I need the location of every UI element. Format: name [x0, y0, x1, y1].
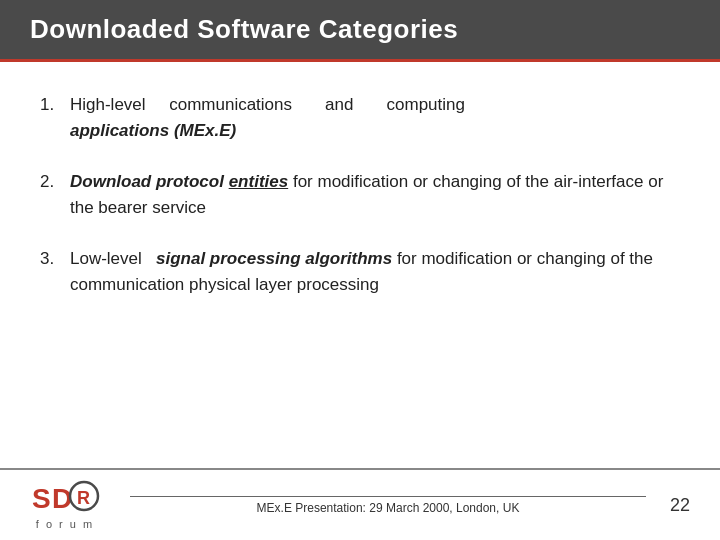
footer-center: MEx.E Presentation: 29 March 2000, Londo…: [130, 496, 646, 515]
and-text: and: [325, 95, 358, 114]
item-1-line2: applications (MEx.E): [70, 121, 236, 140]
svg-text:S: S: [32, 483, 51, 514]
page-number: 22: [670, 495, 690, 516]
item-1-line1: High-level communications and computing: [70, 95, 465, 114]
slide-title: Downloaded Software Categories: [30, 14, 458, 44]
footer-line: [130, 496, 646, 497]
item-3-before: Low-level: [70, 249, 156, 268]
sdr-logo: S D R: [30, 480, 100, 516]
item-1-content: High-level communications and computing …: [70, 92, 465, 143]
item-3-bold: signal processing algorithms: [156, 249, 392, 268]
item-3-content: Low-level signal processing algorithms f…: [70, 246, 680, 297]
list-item-3: 3. Low-level signal processing algorithm…: [40, 246, 680, 297]
title-bar: Downloaded Software Categories: [0, 0, 720, 59]
item-2-number: 2.: [40, 169, 62, 195]
item-3-number: 3.: [40, 246, 62, 272]
list-item-1: 1. High-level communications and computi…: [40, 92, 680, 143]
forum-label: f o r u m: [36, 518, 94, 530]
logo-area: S D R f o r u m: [30, 480, 100, 530]
content-area: 1. High-level communications and computi…: [0, 62, 720, 345]
slide: Downloaded Software Categories 1. High-l…: [0, 0, 720, 540]
footer: S D R f o r u m MEx.E Presentation: 29 M…: [0, 468, 720, 540]
item-1-number: 1.: [40, 92, 62, 118]
item-2-bold: entities: [229, 172, 289, 191]
list-item-2: 2. Download protocol entities for modifi…: [40, 169, 680, 220]
footer-presentation: MEx.E Presentation: 29 March 2000, Londo…: [130, 501, 646, 515]
item-2-before: Download protocol: [70, 172, 229, 191]
svg-text:R: R: [77, 488, 90, 508]
computing-text: computing: [387, 95, 465, 114]
item-2-content: Download protocol entities for modificat…: [70, 169, 680, 220]
